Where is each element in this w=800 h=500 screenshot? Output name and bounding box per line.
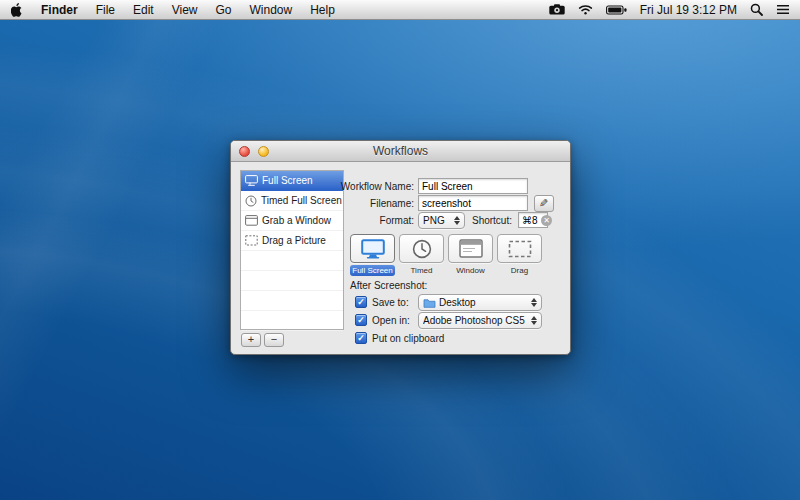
menu-edit[interactable]: Edit — [124, 0, 163, 20]
pencil-icon: ✎ — [539, 197, 548, 210]
list-item-drag-a-picture[interactable]: Drag a Picture — [241, 231, 343, 251]
segment-timed[interactable]: Timed — [399, 234, 444, 276]
shortcut-label: Shortcut: — [472, 212, 512, 229]
popup-stepper-icon — [529, 298, 539, 307]
marquee-icon — [245, 235, 258, 246]
list-icon[interactable] — [776, 4, 790, 15]
list-empty-row — [241, 311, 343, 331]
filename-row: Filename: ✎ — [231, 195, 570, 212]
spotlight-icon[interactable] — [750, 3, 763, 16]
window-titlebar[interactable]: Workflows — [231, 141, 570, 162]
open-in-row: ✓ Open in: Adobe Photoshop CS5 — [355, 312, 562, 329]
save-to-label: Save to: — [372, 294, 409, 311]
list-empty-row — [241, 271, 343, 291]
apple-menu[interactable] — [0, 3, 32, 17]
battery-icon[interactable] — [606, 5, 627, 15]
popup-stepper-icon — [529, 316, 539, 325]
workflows-window: Workflows Full Screen Timed Full Screen — [230, 140, 571, 355]
open-in-popup[interactable]: Adobe Photoshop CS5 — [418, 312, 542, 329]
format-label: Format: — [380, 212, 414, 229]
segment-window[interactable]: Window — [448, 234, 493, 276]
display-icon — [361, 239, 385, 259]
format-popup[interactable]: PNG — [418, 212, 465, 229]
traffic-lights — [239, 141, 269, 161]
open-in-checkbox[interactable]: ✓ — [355, 314, 367, 326]
after-screenshot-heading: After Screenshot: — [350, 280, 427, 291]
edit-filename-button[interactable]: ✎ — [534, 195, 554, 212]
clipboard-row: ✓ Put on clipboard — [355, 330, 562, 347]
filename-label: Filename: — [370, 195, 414, 212]
shortcut-field-wrap: ✕ — [518, 212, 548, 229]
window-title: Workflows — [373, 144, 428, 158]
menubar-status-area: Fri Jul 19 3:12 PM — [549, 3, 800, 17]
filename-input[interactable] — [418, 195, 528, 211]
menu-go[interactable]: Go — [207, 0, 241, 20]
clipboard-checkbox[interactable]: ✓ — [355, 332, 367, 344]
segment-label: Timed — [399, 265, 444, 276]
camera-icon[interactable] — [549, 4, 565, 15]
open-in-label: Open in: — [372, 312, 410, 329]
segment-full-screen[interactable]: Full Screen — [350, 234, 395, 276]
window-icon — [459, 239, 483, 258]
menu-window[interactable]: Window — [241, 0, 302, 20]
segment-label: Full Screen — [350, 265, 395, 276]
segment-label: Drag — [497, 265, 542, 276]
popup-stepper-icon — [452, 216, 462, 225]
apple-icon — [11, 3, 23, 17]
workflow-name-row: Workflow Name: — [231, 178, 570, 195]
list-empty-row — [241, 291, 343, 311]
remove-workflow-button[interactable]: − — [264, 333, 284, 347]
list-item-label: Drag a Picture — [262, 235, 326, 246]
segment-drag[interactable]: Drag — [497, 234, 542, 276]
close-button[interactable] — [239, 146, 250, 157]
clock-icon — [412, 239, 432, 259]
folder-icon — [423, 298, 436, 308]
menu-finder[interactable]: Finder — [32, 0, 87, 20]
save-to-popup[interactable]: Desktop — [418, 294, 542, 311]
format-value: PNG — [423, 215, 445, 226]
list-empty-row — [241, 251, 343, 271]
menu-help[interactable]: Help — [301, 0, 344, 20]
marquee-icon — [508, 240, 532, 258]
save-to-checkbox[interactable]: ✓ — [355, 296, 367, 308]
menu-file[interactable]: File — [87, 0, 124, 20]
menubar: Finder File Edit View Go Window Help Fri… — [0, 0, 800, 20]
workflow-name-input[interactable] — [418, 178, 528, 194]
desktop: Finder File Edit View Go Window Help Fri… — [0, 0, 800, 500]
save-to-value: Desktop — [439, 297, 476, 308]
format-shortcut-row: Format: PNG Shortcut: ✕ — [231, 212, 570, 229]
menu-view[interactable]: View — [163, 0, 207, 20]
menubar-clock[interactable]: Fri Jul 19 3:12 PM — [640, 3, 737, 17]
workflow-name-label: Workflow Name: — [341, 178, 414, 195]
minimize-button[interactable] — [258, 146, 269, 157]
open-in-value: Adobe Photoshop CS5 — [423, 315, 525, 326]
save-to-row: ✓ Save to: Desktop — [355, 294, 562, 311]
clear-icon[interactable]: ✕ — [541, 215, 552, 226]
wifi-icon[interactable] — [578, 4, 593, 15]
capture-type-segments: Full Screen Timed Window Drag — [350, 234, 542, 276]
segment-label: Window — [448, 265, 493, 276]
clipboard-label: Put on clipboard — [372, 330, 444, 347]
add-workflow-button[interactable]: + — [241, 333, 261, 347]
